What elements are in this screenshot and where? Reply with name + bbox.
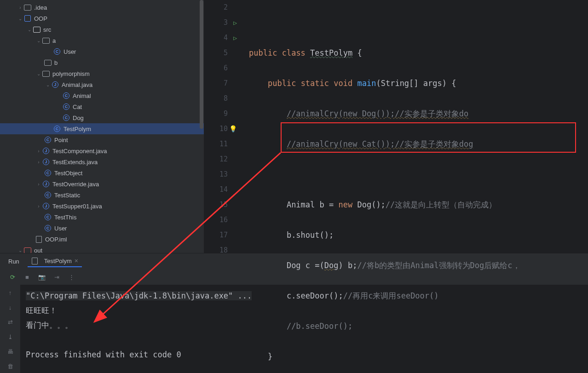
chevron-right-icon: › [35,182,42,187]
tree-item-cat[interactable]: C Cat [0,101,204,112]
camera-icon[interactable]: 📷 [38,273,46,281]
line-number: 15 [204,197,228,212]
line-number: 14 [204,182,228,197]
tree-item-teststatic[interactable]: C TestStatic [0,189,204,201]
scrollbar[interactable] [199,0,204,253]
chevron-down-icon: ⌄ [26,27,33,32]
line-number: 4▷ [204,30,228,46]
scrollbar-thumb[interactable] [200,0,203,129]
chevron-down-icon: ⌄ [17,16,24,21]
tree-item-pkg-b[interactable]: b [0,57,204,68]
tree-item-testpolym[interactable]: C TestPolym [0,123,204,134]
tree-label: TestThis [54,214,76,221]
tree-item-animal-java[interactable]: ⌄ J Animal.java [0,79,204,90]
rerun-icon[interactable]: ⟳ [8,273,17,281]
chevron-down-icon: ⌄ [35,38,42,43]
line-number: 16 [204,212,228,228]
tree-label: b [54,59,58,66]
wrap-icon[interactable]: ⇄ [6,318,14,326]
tree-label: .idea [34,4,47,11]
run-label[interactable]: Run [8,258,19,265]
tree-label: OOP.iml [45,236,67,243]
tree-label: polymorphism [52,70,90,77]
tree-item-out[interactable]: ⌄ out [0,245,204,253]
print-icon[interactable]: 🖶 [6,347,14,356]
tree-label: TestStatic [54,192,80,199]
line-number: 18 [204,243,228,258]
up-icon[interactable]: ↑ [6,288,14,297]
folder-icon [24,247,31,253]
tree-item-testextends[interactable]: › J TestExtends.java [0,156,204,167]
scroll-icon[interactable]: ⤓ [6,333,14,341]
line-number: 3▷ [204,15,228,30]
tree-item-pkg-a[interactable]: ⌄ a [0,35,204,46]
run-tab-testpolym[interactable]: TestPolym × [28,255,82,267]
down-icon[interactable]: ↓ [6,303,14,311]
tree-item-src[interactable]: ⌄ src [0,24,204,35]
editor[interactable]: 2 3▷ 4▷ 5 6 7 8 9 10💡 11 12 13 14 15 16 … [204,0,588,253]
class-icon: C [53,125,61,132]
more-icon[interactable]: ⋮ [67,273,75,281]
run-gutter-icon[interactable]: ▷ [233,15,237,30]
chevron-right-icon: › [35,160,42,165]
line-number: 8 [204,91,228,106]
line-number: 2 [204,0,228,15]
tree-label: TestPolym [63,126,91,132]
tree-item-testoverride[interactable]: › J TestOverride.java [0,178,204,189]
tree-item-testobject[interactable]: C TestObject [0,167,204,178]
class-icon: C [53,48,61,55]
class-icon: C [63,103,70,110]
chevron-down-icon: ⌄ [35,71,42,76]
class-icon: C [63,92,70,99]
tree-item-idea[interactable]: › .idea [0,2,204,13]
tree-item-point[interactable]: C Point [0,134,204,145]
folder-icon [24,4,31,11]
line-number: 5 [204,46,228,61]
trash-icon[interactable]: 🗑 [6,362,14,370]
tree-label: TestExtends.java [52,159,98,166]
run-gutter-icon[interactable]: ▷ [233,30,237,46]
tree-item-user[interactable]: C User [0,46,204,57]
chevron-right-icon: › [35,204,42,209]
folder-icon [33,26,40,33]
tree-item-testthis[interactable]: C TestThis [0,212,204,223]
tree-label: TestSupper01.java [52,203,102,210]
tree-label: Animal.java [62,81,92,88]
java-icon: J [42,147,50,155]
tree-label: TestObject [54,170,82,177]
line-number: 13 [204,167,228,182]
console-cmd: "C:\Program Files\Java\jdk-1.8\bin\java.… [26,291,252,300]
package-icon [42,70,50,77]
file-icon [35,235,42,243]
chevron-right-icon: › [17,5,24,10]
class-icon: C [44,169,52,177]
tree-item-testcomponent[interactable]: › J TestComponent.java [0,145,204,156]
tree-item-polymorphism[interactable]: ⌄ polymorphism [0,68,204,79]
line-number: 9 [204,106,228,121]
tree-label: Animal [73,92,91,99]
tree-label: TestComponent.java [52,148,107,155]
tree-item-testsupper[interactable]: › J TestSupper01.java [0,201,204,212]
tree-item-animal[interactable]: C Animal [0,90,204,101]
tree-label: out [34,247,42,253]
tree-item-user2[interactable]: C User [0,223,204,234]
tree-label: a [52,37,56,44]
exit-icon[interactable]: ⇥ [52,273,61,281]
chevron-right-icon: › [35,149,42,154]
tree-item-dog[interactable]: C Dog [0,112,204,123]
line-number: 11 [204,137,228,152]
close-icon[interactable]: × [75,257,78,264]
stop-icon[interactable]: ■ [23,273,31,281]
tree-item-oop-iml[interactable]: OOP.iml [0,234,204,245]
package-icon [44,59,52,66]
code-content[interactable]: public class TestPolym { public static v… [239,0,588,253]
class-icon: C [63,114,70,121]
tree-item-oop[interactable]: ⌄ OOP [0,13,204,24]
intention-bulb-icon[interactable]: 💡 [229,121,237,137]
tree-label: User [63,48,76,55]
project-tree[interactable]: › .idea ⌄ OOP ⌄ src ⌄ a C User [0,0,204,253]
tree-label: TestOverride.java [52,181,99,188]
class-icon: C [44,136,52,143]
file-icon [31,257,39,264]
chevron-down-icon: ⌄ [17,248,24,253]
